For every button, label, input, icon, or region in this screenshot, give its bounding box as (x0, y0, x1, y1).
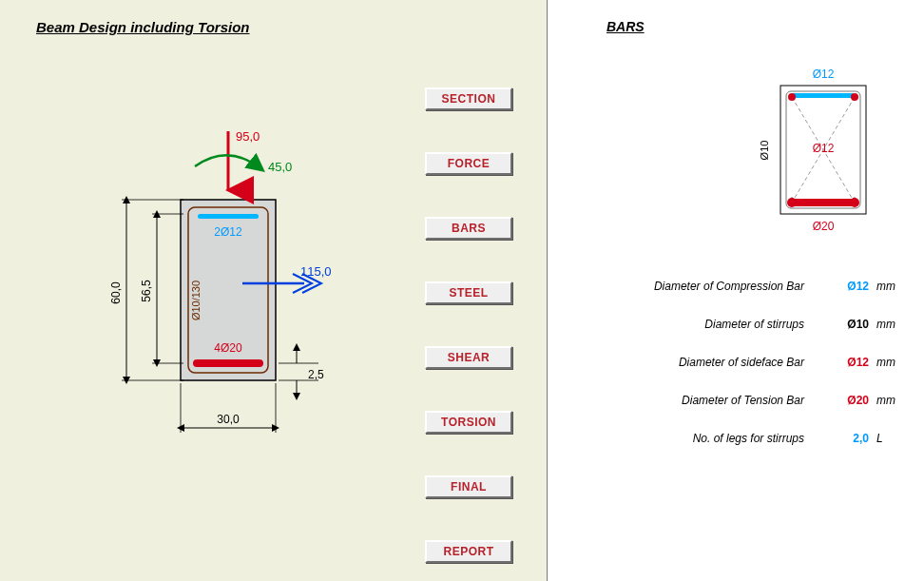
param-sideface-bar: Diameter of sideface Bar Ø12 mm (605, 356, 903, 369)
param-unit: mm (869, 318, 903, 331)
param-label: No. of legs for stirrups (605, 432, 831, 445)
param-value: Ø20 (831, 394, 869, 407)
bars-diagram: Ø12 Ø12 Ø20 Ø10 (548, 0, 924, 247)
dim-width-label: 30,0 (217, 413, 240, 426)
force-axial-label: 95,0 (236, 129, 260, 144)
param-stirrup-legs: No. of legs for stirrups 2,0 L (605, 432, 903, 445)
beam-section-diagram: 2Ø12 4Ø20 Ø10/130 60,0 56,5 30,0 2,5 (0, 0, 547, 581)
param-unit: mm (869, 356, 903, 369)
param-value: 2,0 (831, 432, 869, 445)
svg-point-25 (851, 93, 858, 101)
param-value: Ø10 (831, 318, 869, 331)
dim-inner-height-label: 56,5 (140, 280, 153, 302)
svg-point-28 (850, 198, 859, 207)
bars-top-label: Ø12 (813, 68, 835, 81)
param-value: Ø12 (831, 280, 869, 293)
svg-rect-2 (198, 214, 259, 219)
force-moment-label: 45,0 (268, 160, 292, 174)
param-label: Diameter of stirrups (605, 318, 831, 331)
param-unit: mm (869, 394, 903, 407)
param-value: Ø12 (831, 356, 869, 369)
param-compression-bar: Diameter of Compression Bar Ø12 mm (605, 280, 903, 293)
right-panel: BARS Ø12 Ø12 (548, 0, 924, 581)
dim-height-label: 60,0 (109, 281, 123, 304)
param-unit: L (869, 432, 903, 445)
bars-stirrup-label: Ø10 (759, 141, 770, 161)
left-panel: Beam Design including Torsion SECTION FO… (0, 0, 548, 581)
param-stirrups: Diameter of stirrups Ø10 mm (605, 318, 903, 331)
svg-rect-3 (193, 359, 263, 367)
param-label: Diameter of sideface Bar (605, 356, 831, 369)
param-label: Diameter of Tension Bar (605, 394, 831, 407)
section-bottom-bars-label: 4Ø20 (214, 341, 242, 355)
section-stirrup-label: Ø10/130 (190, 281, 202, 320)
section-top-bars-label: 2Ø12 (214, 225, 242, 239)
param-tension-bar: Diameter of Tension Bar Ø20 mm (605, 394, 903, 407)
bars-side-label: Ø12 (813, 142, 835, 155)
bars-bottom-label: Ø20 (813, 220, 835, 233)
svg-point-27 (787, 198, 797, 207)
param-unit: mm (869, 280, 903, 293)
svg-rect-23 (792, 93, 855, 98)
svg-rect-26 (790, 199, 857, 206)
svg-point-24 (788, 93, 796, 101)
force-shear-label: 115,0 (300, 264, 332, 279)
dim-cover-label: 2,5 (308, 368, 324, 381)
param-label: Diameter of Compression Bar (605, 280, 831, 293)
